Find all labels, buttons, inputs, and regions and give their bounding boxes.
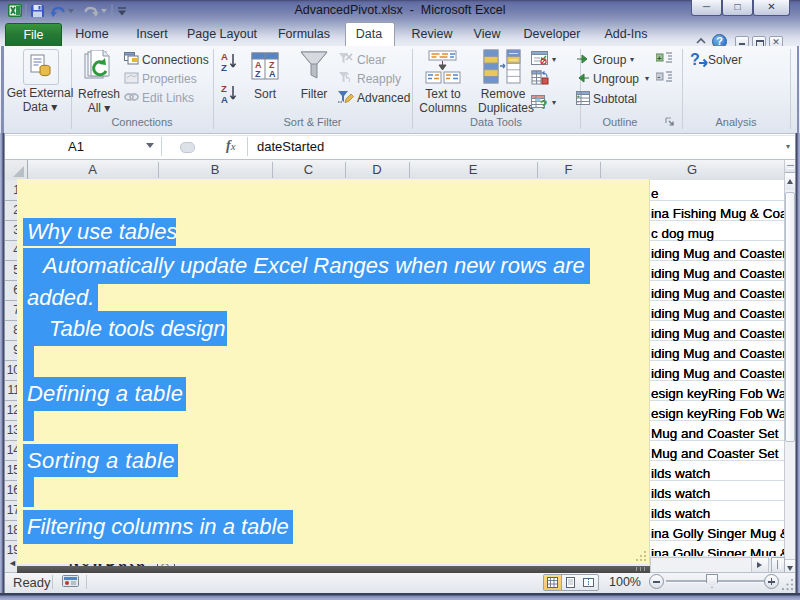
svg-text:A: A — [269, 69, 276, 79]
svg-text:-: - — [658, 72, 661, 81]
svg-text:?: ? — [690, 51, 700, 68]
svg-text:Z: Z — [221, 62, 227, 73]
svg-text:?: ? — [540, 98, 547, 110]
svg-text:Z: Z — [221, 83, 227, 94]
svg-text:A: A — [221, 51, 228, 62]
svg-text:A: A — [221, 94, 228, 105]
svg-text:+: + — [657, 54, 662, 63]
svg-text:Z: Z — [255, 69, 261, 79]
svg-text:-: - — [577, 99, 579, 105]
